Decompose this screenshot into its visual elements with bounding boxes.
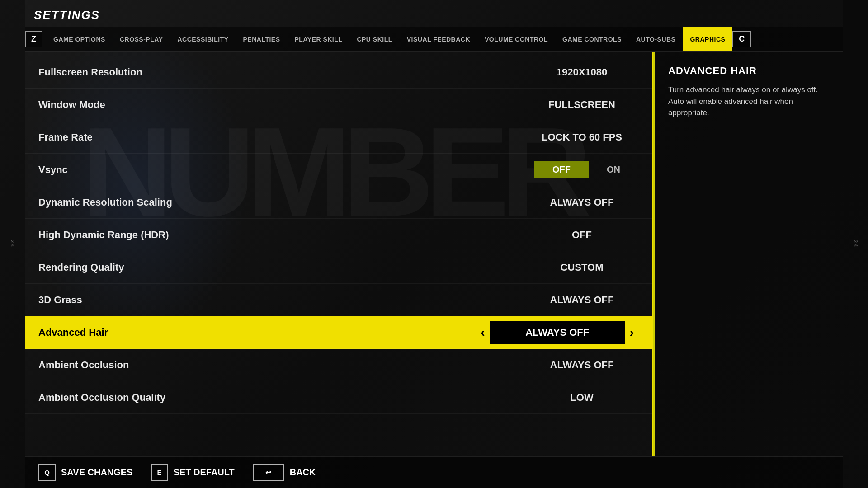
nav-item-player-skill[interactable]: PLAYER SKILL [288, 27, 350, 51]
nav-item-game-controls[interactable]: GAME CONTROLS [555, 27, 629, 51]
setting-value-dynamic-resolution: ALWAYS OFF [525, 197, 638, 208]
setting-value-hdr: OFF [525, 229, 638, 241]
back-label: Back [290, 467, 316, 478]
header: SETTINGS [25, 0, 843, 27]
setting-label-3d-grass: 3D Grass [38, 294, 525, 306]
set-default-key: E [151, 464, 168, 481]
setting-value-rendering-quality: CUSTOM [525, 262, 638, 273]
setting-value-window-mode: FULLSCREEN [525, 99, 638, 111]
setting-value-ambient-occlusion: ALWAYS OFF [525, 359, 638, 371]
nav-item-game-options[interactable]: GAME OPTIONS [46, 27, 113, 51]
nav-right-bracket[interactable]: C [732, 31, 751, 47]
nav-bar: Z GAME OPTIONS CROSS-PLAY ACCESSIBILITY … [25, 27, 843, 52]
save-changes-button[interactable]: Q Save Changes [38, 464, 133, 481]
main-content: SETTINGS Z GAME OPTIONS CROSS-PLAY ACCES… [25, 0, 843, 488]
page-title: SETTINGS [34, 8, 100, 22]
setting-label-hdr: High Dynamic Range (HDR) [38, 229, 525, 241]
setting-row-frame-rate[interactable]: Frame Rate LOCK TO 60 FPS [25, 121, 652, 154]
setting-row-rendering-quality[interactable]: Rendering Quality CUSTOM [25, 251, 652, 284]
advanced-hair-prev-button[interactable]: ‹ [476, 321, 489, 344]
setting-label-vsync: Vsync [38, 164, 534, 176]
nav-left-bracket[interactable]: Z [25, 31, 42, 47]
setting-label-dynamic-resolution: Dynamic Resolution Scaling [38, 197, 525, 208]
setting-row-ambient-occlusion[interactable]: Ambient Occlusion ALWAYS OFF [25, 349, 652, 381]
advanced-hair-next-button[interactable]: › [625, 321, 638, 344]
setting-label-fullscreen-resolution: Fullscreen Resolution [38, 66, 525, 78]
nav-item-volume-control[interactable]: VOLUME CONTROL [477, 27, 555, 51]
setting-row-fullscreen-resolution[interactable]: Fullscreen Resolution 1920X1080 [25, 56, 652, 89]
setting-row-window-mode[interactable]: Window Mode FULLSCREEN [25, 89, 652, 121]
set-default-button[interactable]: E Set Default [151, 464, 235, 481]
save-changes-label: Save Changes [61, 467, 133, 478]
side-number-right: 24 [853, 240, 859, 248]
back-key: ↩ [253, 464, 284, 481]
side-number-left: 24 [10, 240, 15, 248]
setting-value-3d-grass: ALWAYS OFF [525, 294, 638, 306]
nav-item-graphics[interactable]: GRAPHICS [683, 27, 732, 51]
setting-row-advanced-hair[interactable]: Advanced Hair ‹ ALWAYS OFF › [25, 316, 652, 349]
nav-item-auto-subs[interactable]: AUTO-SUBS [629, 27, 683, 51]
nav-item-cross-play[interactable]: CROSS-PLAY [113, 27, 170, 51]
vsync-on-button[interactable]: ON [589, 161, 638, 178]
setting-row-vsync[interactable]: Vsync OFF ON [25, 154, 652, 186]
advanced-hair-value-box: ALWAYS OFF [490, 321, 625, 344]
set-default-label: Set Default [174, 467, 235, 478]
setting-value-fullscreen-resolution: 1920X1080 [525, 66, 638, 78]
footer: Q Save Changes E Set Default ↩ Back [25, 456, 843, 488]
setting-label-rendering-quality: Rendering Quality [38, 262, 525, 273]
setting-label-ambient-occlusion-quality: Ambient Occlusion Quality [38, 392, 525, 404]
setting-row-hdr[interactable]: High Dynamic Range (HDR) OFF [25, 219, 652, 251]
settings-list: Fullscreen Resolution 1920X1080 Window M… [25, 52, 652, 456]
nav-item-cpu-skill[interactable]: CPU SKILL [349, 27, 399, 51]
setting-label-ambient-occlusion: Ambient Occlusion [38, 359, 525, 371]
nav-item-accessibility[interactable]: ACCESSIBILITY [170, 27, 236, 51]
nav-item-visual-feedback[interactable]: VISUAL FEEDBACK [400, 27, 477, 51]
setting-value-frame-rate: LOCK TO 60 FPS [525, 131, 638, 143]
setting-row-3d-grass[interactable]: 3D Grass ALWAYS OFF [25, 284, 652, 316]
info-panel-description: Turn advanced hair always on or always o… [668, 84, 830, 119]
setting-value-ambient-occlusion-quality: LOW [525, 392, 638, 404]
info-panel-title: ADVANCED HAIR [668, 65, 830, 77]
content-area: Fullscreen Resolution 1920X1080 Window M… [25, 52, 843, 456]
setting-row-dynamic-resolution[interactable]: Dynamic Resolution Scaling ALWAYS OFF [25, 186, 652, 219]
vsync-toggle[interactable]: OFF ON [534, 161, 638, 178]
back-button[interactable]: ↩ Back [253, 464, 316, 481]
nav-item-penalties[interactable]: PENALTIES [236, 27, 288, 51]
side-decoration-right: 24 [843, 0, 868, 488]
advanced-hair-value-container: ‹ ALWAYS OFF › [476, 321, 638, 344]
save-changes-key: Q [38, 464, 56, 481]
vsync-off-button[interactable]: OFF [534, 161, 589, 178]
side-decoration-left: 24 [0, 0, 25, 488]
setting-label-advanced-hair: Advanced Hair [38, 327, 476, 338]
setting-label-frame-rate: Frame Rate [38, 131, 525, 143]
setting-row-ambient-occlusion-quality[interactable]: Ambient Occlusion Quality LOW [25, 381, 652, 414]
setting-label-window-mode: Window Mode [38, 99, 525, 111]
info-panel: ADVANCED HAIR Turn advanced hair always … [653, 52, 843, 456]
